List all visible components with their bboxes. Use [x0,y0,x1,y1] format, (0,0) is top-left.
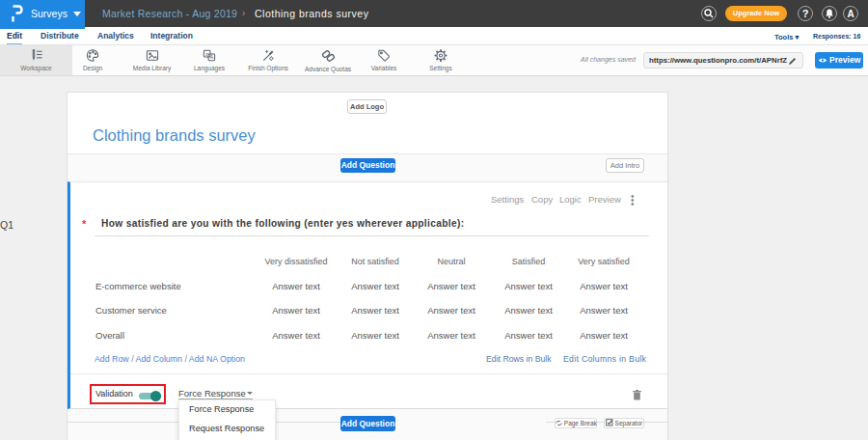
svg-text:A: A [210,54,214,60]
svg-text:z: z [205,51,208,57]
